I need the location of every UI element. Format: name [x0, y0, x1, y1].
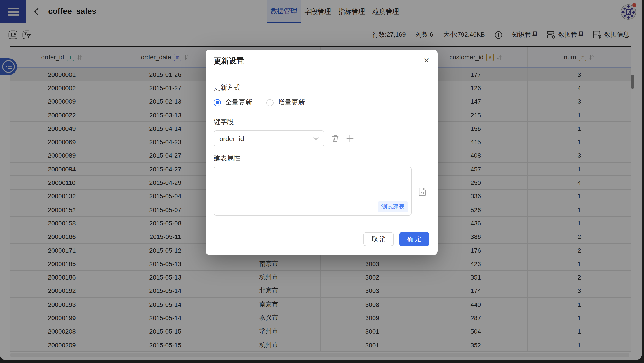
create-table-props-label: 建表属性	[214, 154, 430, 163]
close-icon[interactable]: ✕	[424, 54, 430, 65]
update-settings-modal: 更新设置 ✕ 更新方式 全量更新 增量更新 键字段 order_id	[206, 49, 438, 255]
full-update-label[interactable]: 全量更新	[225, 98, 252, 107]
incremental-update-radio[interactable]	[266, 99, 274, 106]
key-field-select[interactable]: order_id	[214, 130, 324, 146]
cancel-button[interactable]: 取 消	[363, 232, 394, 246]
modal-body: 更新方式 全量更新 增量更新 键字段 order_id 建表属性	[206, 70, 438, 216]
modal-footer: 取 消 确 定	[363, 232, 430, 246]
code-file-icon[interactable]	[419, 188, 426, 196]
add-key-field-icon[interactable]	[346, 134, 354, 142]
incremental-update-label[interactable]: 增量更新	[278, 98, 305, 107]
key-field-value: order_id	[220, 135, 244, 142]
full-update-radio[interactable]	[214, 99, 221, 106]
update-mode-options: 全量更新 增量更新	[214, 98, 430, 107]
test-create-table-button[interactable]: 测试建表	[378, 201, 408, 212]
app-stage: coffee_sales 数据管理 字段管理 指标管理 粒度管理	[0, 0, 644, 363]
key-field-label: 键字段	[214, 118, 430, 126]
delete-key-field-icon[interactable]	[331, 134, 339, 142]
update-mode-label: 更新方式	[214, 83, 430, 92]
modal-title: 更新设置	[214, 53, 244, 66]
modal-header: 更新设置 ✕	[206, 49, 438, 70]
key-field-row: order_id	[214, 130, 430, 146]
confirm-button[interactable]: 确 定	[399, 232, 430, 246]
chevron-down-icon	[313, 137, 319, 140]
create-table-props-row: 测试建表	[214, 167, 412, 216]
